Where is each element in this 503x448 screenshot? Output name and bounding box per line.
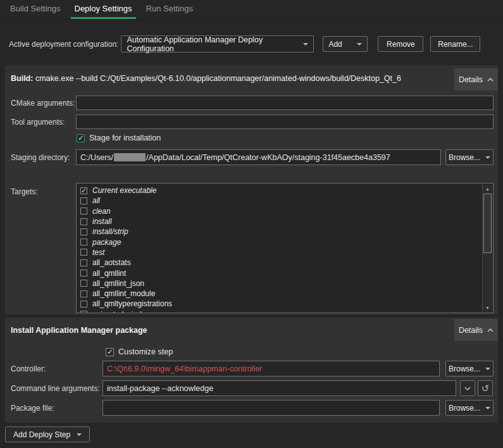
expand-arguments-button[interactable] bbox=[460, 380, 475, 396]
details-label: Details bbox=[459, 75, 483, 84]
deploy-configuration-select[interactable]: Automatic Application Manager Deploy Con… bbox=[121, 35, 314, 53]
redacted-username-block bbox=[114, 153, 146, 161]
target-row[interactable]: all_aotstats bbox=[77, 258, 481, 268]
target-label: Current executable bbox=[92, 186, 156, 195]
browse-label: Browse... bbox=[449, 364, 480, 373]
settings-tabbar: Build Settings Deploy Settings Run Setti… bbox=[0, 0, 503, 20]
target-label: all bbox=[92, 196, 100, 205]
targets-scrollbar[interactable]: ▲ ▼ bbox=[482, 184, 492, 312]
target-row[interactable]: animated-windows bbox=[77, 309, 481, 313]
tool-arguments-label: Tool arguments: bbox=[11, 118, 65, 127]
target-label: install bbox=[92, 217, 112, 226]
target-checkbox[interactable] bbox=[80, 187, 87, 194]
chevron-up-icon bbox=[487, 328, 494, 332]
details-label: Details bbox=[459, 326, 483, 335]
stage-for-installation-checkbox-row[interactable]: Stage for installation bbox=[77, 134, 161, 142]
browse-label: Browse... bbox=[449, 153, 480, 162]
chevron-down-icon bbox=[464, 387, 471, 390]
target-checkbox[interactable] bbox=[80, 280, 87, 287]
staging-path-prefix: C:/Users/ bbox=[80, 153, 113, 162]
remove-button[interactable]: Remove bbox=[378, 36, 423, 52]
chevron-up-icon bbox=[487, 78, 494, 82]
target-label: test bbox=[92, 248, 104, 257]
target-row[interactable]: test bbox=[77, 247, 481, 258]
staging-directory-label: Staging directory: bbox=[11, 153, 70, 162]
tab-deploy-settings[interactable]: Deploy Settings bbox=[71, 0, 136, 19]
target-label: all_aotstats bbox=[92, 258, 131, 267]
target-label: all_qmllint bbox=[92, 269, 126, 278]
build-command-text: cmake.exe --build C:/Qt/Examples/Qt-6.10… bbox=[35, 74, 401, 83]
target-label: package bbox=[92, 238, 121, 247]
target-row[interactable]: clean bbox=[77, 206, 481, 216]
tab-run-settings[interactable]: Run Settings bbox=[142, 0, 197, 19]
staging-directory-input[interactable]: C:/Users//AppData/Local/Temp/QtCreator-w… bbox=[76, 149, 441, 165]
rename-button[interactable]: Rename... bbox=[430, 36, 480, 52]
target-row[interactable]: install/strip bbox=[77, 227, 481, 237]
staging-browse-button[interactable]: Browse... bbox=[445, 149, 494, 165]
chevron-down-icon bbox=[357, 43, 362, 46]
targets-list[interactable]: Current executableallcleaninstallinstall… bbox=[76, 183, 494, 313]
target-row[interactable]: all bbox=[77, 196, 481, 206]
chevron-down-icon bbox=[485, 407, 490, 409]
target-checkbox[interactable] bbox=[80, 218, 87, 225]
target-label: all_qmllint_json bbox=[92, 279, 144, 288]
reset-icon: ↺ bbox=[481, 383, 490, 393]
install-section-title: Install Application Manager package bbox=[11, 326, 147, 335]
target-checkbox[interactable] bbox=[80, 301, 87, 308]
build-title-prefix: Build: bbox=[11, 74, 33, 83]
target-row[interactable]: all_qmllint_json bbox=[77, 278, 481, 289]
chevron-down-icon bbox=[303, 43, 308, 46]
target-checkbox[interactable] bbox=[80, 197, 87, 204]
add-button[interactable]: Add bbox=[323, 36, 368, 52]
target-label: clean bbox=[92, 207, 111, 216]
reset-arguments-button[interactable]: ↺ bbox=[478, 380, 493, 396]
target-row[interactable]: install bbox=[77, 216, 481, 227]
build-step-title: Build: cmake.exe --build C:/Qt/Examples/… bbox=[11, 74, 401, 83]
stage-for-installation-label: Stage for installation bbox=[89, 134, 161, 142]
package-file-browse-button[interactable]: Browse... bbox=[445, 400, 494, 416]
command-line-arguments-input[interactable] bbox=[102, 380, 456, 396]
scrollbar-thumb[interactable] bbox=[483, 194, 492, 253]
target-checkbox[interactable] bbox=[80, 239, 87, 246]
scroll-up-arrow-icon[interactable]: ▲ bbox=[483, 184, 492, 193]
target-row[interactable]: all_qmllint bbox=[77, 268, 481, 278]
target-checkbox[interactable] bbox=[80, 208, 87, 215]
target-row[interactable]: Current executable bbox=[77, 185, 481, 196]
stage-for-installation-checkbox[interactable] bbox=[77, 134, 85, 142]
target-row[interactable]: all_qmllint_module bbox=[77, 289, 481, 299]
target-checkbox[interactable] bbox=[80, 311, 87, 313]
customize-step-checkbox[interactable] bbox=[106, 348, 114, 356]
target-checkbox[interactable] bbox=[80, 249, 87, 256]
target-checkbox[interactable] bbox=[80, 228, 87, 235]
build-details-button[interactable]: Details bbox=[454, 68, 498, 90]
target-checkbox[interactable] bbox=[80, 270, 87, 277]
targets-label: Targets: bbox=[11, 187, 38, 196]
active-deployment-configuration-label: Active deployment configuration: bbox=[9, 40, 118, 49]
package-file-label: Package file: bbox=[11, 404, 54, 413]
cmake-arguments-input[interactable] bbox=[76, 96, 494, 110]
install-details-button[interactable]: Details bbox=[454, 319, 498, 341]
target-checkbox[interactable] bbox=[80, 259, 87, 266]
controller-input[interactable] bbox=[102, 361, 440, 376]
staging-path-suffix: /AppData/Local/Temp/QtCreator-wKbAOy/sta… bbox=[146, 153, 390, 162]
controller-label: Controller: bbox=[11, 364, 46, 373]
build-step-section: Build: cmake.exe --build C:/Qt/Examples/… bbox=[5, 65, 498, 314]
browse-label: Browse... bbox=[449, 404, 480, 413]
controller-browse-button[interactable]: Browse... bbox=[445, 361, 494, 376]
customize-step-checkbox-row[interactable]: Customize step bbox=[106, 347, 173, 356]
deployment-configuration-row: Active deployment configuration: Automat… bbox=[9, 35, 480, 53]
target-row[interactable]: package bbox=[77, 237, 481, 247]
tool-arguments-input[interactable] bbox=[76, 115, 494, 129]
cmake-arguments-label: CMake arguments: bbox=[11, 99, 75, 108]
target-checkbox[interactable] bbox=[80, 290, 87, 297]
command-line-arguments-label: Command line arguments: bbox=[11, 384, 100, 393]
add-deploy-step-button[interactable]: Add Deploy Step bbox=[5, 426, 90, 442]
target-label: all_qmllint_module bbox=[92, 289, 155, 298]
scroll-down-arrow-icon[interactable]: ▼ bbox=[483, 303, 492, 312]
deploy-configuration-value: Automatic Application Manager Deploy Con… bbox=[127, 35, 303, 53]
tab-build-settings[interactable]: Build Settings bbox=[6, 0, 65, 19]
package-file-input[interactable] bbox=[102, 400, 440, 416]
customize-step-label: Customize step bbox=[118, 347, 173, 356]
chevron-down-icon bbox=[485, 368, 490, 370]
target-row[interactable]: all_qmltyperegistrations bbox=[77, 299, 481, 309]
